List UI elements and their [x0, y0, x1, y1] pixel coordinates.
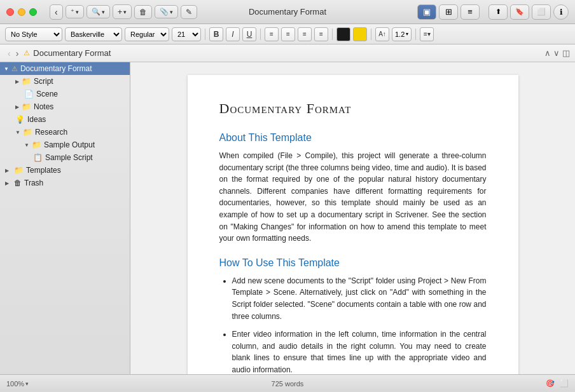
content-area[interactable]: Documentary Format About This Template W…: [130, 62, 575, 374]
text-color-button[interactable]: [336, 27, 350, 41]
font-size-up-button[interactable]: A↑: [375, 27, 389, 41]
sidebar-item-templates[interactable]: ▶ 📁 Templates: [0, 164, 130, 177]
format-bar: No Style Baskerville Regular 21 B I U ≡ …: [0, 24, 575, 44]
triangle-icon: ▶: [5, 180, 9, 186]
style-select[interactable]: No Style: [5, 27, 62, 41]
word-count: 725 words: [272, 380, 304, 388]
add-button[interactable]: +▾: [113, 4, 132, 19]
weight-select[interactable]: Regular: [125, 27, 169, 41]
font-select[interactable]: Baskerville: [65, 27, 122, 41]
sidebar: ▼ ⚠ Documentary Format ▶ 📁 Script 📄 Scen…: [0, 62, 130, 374]
size-select[interactable]: 21: [172, 27, 201, 41]
link-button[interactable]: 📎▾: [155, 5, 178, 18]
sidebar-item-label: Research: [35, 128, 67, 137]
nav-back-button[interactable]: ‹: [5, 47, 13, 60]
bookmark-button[interactable]: 🔖: [510, 4, 529, 20]
triangle-icon: ▼: [24, 142, 29, 148]
folder-icon: 📁: [22, 77, 31, 86]
sidebar-item-label: Sample Output: [44, 140, 95, 149]
trash-icon: 🗑: [14, 179, 22, 187]
ideas-icon: 💡: [15, 115, 25, 124]
zoom-arrow: ▾: [25, 381, 29, 387]
nav-down-button[interactable]: ∨: [553, 48, 560, 58]
triangle-icon: ▼: [4, 66, 9, 72]
target-icon[interactable]: 🎯: [546, 379, 555, 388]
italic-button[interactable]: I: [226, 27, 240, 41]
sidebar-item-label: Notes: [34, 102, 53, 111]
maximize-button[interactable]: [29, 8, 37, 16]
sidebar-item-documentary-format[interactable]: ▼ ⚠ Documentary Format: [0, 62, 130, 75]
view-grid-button[interactable]: ⊞: [439, 4, 458, 20]
list-button[interactable]: ≡▾: [420, 27, 434, 41]
sidebar-item-sample-output[interactable]: ▼ 📁 Sample Output: [0, 139, 130, 151]
folder-icon: 📁: [22, 102, 31, 111]
folder-icon: 📁: [32, 140, 41, 149]
separator2: [260, 29, 261, 40]
traffic-lights: [6, 8, 37, 16]
folder-icon: 📁: [23, 128, 32, 137]
nav-right-controls: ∧ ∨ ◫: [544, 48, 570, 58]
sidebar-item-trash[interactable]: ▶ 🗑 Trash: [0, 177, 130, 189]
sidebar-item-label: Ideas: [27, 115, 46, 124]
line-height-control[interactable]: 1.2 ▾: [392, 27, 412, 41]
forward-button[interactable]: ⁺▾: [66, 5, 84, 18]
sidebar-item-label: Scene: [36, 90, 58, 98]
highlight-color-button[interactable]: [353, 27, 367, 41]
triangle-icon: ▶: [5, 168, 9, 173]
window-title: Documentary Format: [249, 7, 326, 17]
align-center-button[interactable]: ≡: [281, 27, 295, 41]
line-height-value: 1.2: [395, 30, 405, 38]
separator4: [371, 29, 371, 40]
right-toolbar: ▣ ⊞ ≡ ⬆ 🔖 ⬜ ℹ: [417, 4, 569, 20]
how-section-title: How To Use This Template: [219, 257, 487, 269]
nav-forward-button[interactable]: ›: [13, 47, 22, 60]
toolbar: ‹ ⁺▾ 🔍▾ +▾ 🗑 📎▾ ✎: [50, 4, 197, 20]
nav-up-button[interactable]: ∧: [544, 48, 551, 58]
share-button[interactable]: ⬆: [488, 4, 508, 20]
bold-button[interactable]: B: [209, 27, 223, 41]
triangle-icon: ▶: [15, 79, 19, 84]
underline-button[interactable]: U: [242, 27, 256, 41]
main-layout: ▼ ⚠ Documentary Format ▶ 📁 Script 📄 Scen…: [0, 62, 575, 374]
nav-sidebar-button[interactable]: ◫: [562, 48, 570, 58]
sidebar-item-label: Documentary Format: [20, 64, 92, 73]
trash-button[interactable]: 🗑: [134, 5, 152, 19]
sidebar-item-sample-script[interactable]: 📋 Sample Script: [0, 151, 130, 164]
nav-doc-icon: ⚠: [24, 49, 30, 57]
view-list-button[interactable]: ≡: [461, 4, 480, 20]
triangle-icon: ▼: [15, 130, 20, 135]
sidebar-item-label: Script: [34, 77, 53, 86]
separator3: [332, 29, 333, 40]
back-button[interactable]: ‹: [50, 4, 63, 20]
align-right-button[interactable]: ≡: [298, 27, 312, 41]
document-page: Documentary Format About This Template W…: [188, 75, 518, 374]
nav-doc-title: Documentary Format: [33, 48, 111, 58]
separator: [205, 29, 205, 40]
sidebar-item-notes[interactable]: ▶ 📁 Notes: [0, 100, 130, 113]
minimize-button[interactable]: [18, 8, 25, 16]
about-section-title: About This Template: [219, 132, 487, 144]
sidebar-item-research[interactable]: ▼ 📁 Research: [0, 126, 130, 139]
list-item: Enter video information in the left colu…: [232, 328, 487, 374]
zoom-control[interactable]: 100% ▾: [6, 380, 29, 388]
sidebar-item-scene[interactable]: 📄 Scene: [0, 88, 130, 100]
split-button[interactable]: ⬜: [532, 4, 551, 20]
how-section-list: Add new scene documents to the "Script" …: [232, 275, 487, 374]
edit-button[interactable]: ✎: [181, 5, 197, 19]
align-justify-button[interactable]: ≡: [314, 27, 328, 41]
line-height-arrow: ▾: [406, 31, 408, 37]
document-title: Documentary Format: [219, 100, 487, 117]
nav-bar: ‹ › ⚠ Documentary Format ∧ ∨ ◫: [0, 44, 575, 62]
sidebar-item-ideas[interactable]: 💡 Ideas: [0, 113, 130, 126]
search-button[interactable]: 🔍▾: [87, 5, 110, 18]
view-single-button[interactable]: ▣: [417, 4, 436, 20]
sidebar-item-label: Sample Script: [45, 153, 93, 162]
sidebar-item-label: Templates: [26, 166, 61, 175]
align-left-button[interactable]: ≡: [265, 27, 279, 41]
expand-icon[interactable]: ⬜: [560, 379, 569, 388]
info-button[interactable]: ℹ: [553, 4, 569, 20]
sidebar-item-script[interactable]: ▶ 📁 Script: [0, 75, 130, 88]
about-section-body: When compiled (File > Compile), this pro…: [219, 150, 487, 245]
zoom-value: 100%: [6, 380, 24, 388]
close-button[interactable]: [6, 8, 14, 16]
